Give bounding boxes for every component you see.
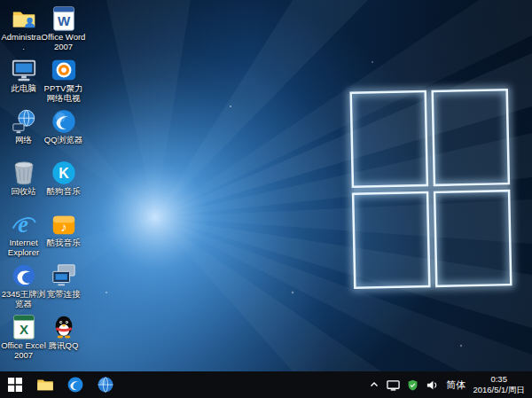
window-logo — [351, 90, 512, 288]
desktop-icon-label: 酷我音乐 — [41, 238, 86, 248]
desktop-icon-tencent-qq[interactable]: 腾讯QQ — [43, 314, 83, 365]
kugou-music-icon: K — [50, 160, 78, 186]
desktop-icon-qq-browser[interactable]: QQ浏览器 — [43, 108, 83, 160]
network-globe-icon — [10, 108, 38, 135]
desktop-icon-label: 宽带连接 — [41, 290, 86, 300]
desktop-icon-label: Administra... — [1, 33, 46, 52]
user-folder-icon — [10, 5, 38, 32]
desktop-icon-pptv[interactable]: PPTV聚力 网络电视 — [43, 57, 83, 108]
qq-penguin-icon — [50, 314, 78, 340]
chevron-up-icon — [369, 379, 379, 390]
speaker-icon — [426, 378, 439, 392]
start-button[interactable] — [0, 371, 30, 398]
desktop-icon-label: 腾讯QQ — [41, 341, 86, 351]
file-explorer-button[interactable] — [30, 371, 60, 398]
svg-text:K: K — [59, 166, 69, 181]
desktop-icon-recycle-bin[interactable]: 回收站 — [4, 160, 43, 211]
desktop-icon-label: Office Excel 2007 — [1, 341, 46, 361]
desktop-icon-2345-browser[interactable]: 2345王牌浏览器 — [4, 262, 43, 314]
svg-text:♪: ♪ — [60, 220, 66, 234]
clock[interactable]: 0:35 2016/5/1/周日 — [473, 374, 525, 396]
globe-browser-icon — [97, 376, 114, 394]
svg-text:W: W — [57, 13, 70, 28]
shield-icon — [407, 379, 419, 391]
desktop-icon-label: 酷狗音乐 — [41, 187, 86, 197]
kuwo-music-icon: ♪ — [50, 211, 78, 238]
desktop-icon-label: QQ浏览器 — [41, 136, 86, 145]
desktop-icon-label: 回收站 — [1, 187, 46, 197]
internet-explorer-icon: e — [10, 211, 38, 238]
qq-browser-taskbar-button[interactable] — [60, 371, 90, 398]
desktop-icon-label: 网络 — [1, 136, 46, 145]
2345-browser-icon — [10, 262, 38, 289]
desktop-icon-label: Internet Explorer — [1, 238, 46, 258]
desktop-wallpaper[interactable]: Administra... W Office Word 2007 此电脑 PPT… — [0, 0, 532, 371]
desktop-icon-office-word[interactable]: W Office Word 2007 — [43, 5, 83, 57]
svg-text:X: X — [19, 322, 27, 337]
desktop-icon-label: Office Word 2007 — [41, 33, 86, 52]
system-tray: 简体 0:35 2016/5/1/周日 — [369, 371, 532, 398]
qq-browser-icon — [50, 108, 78, 135]
taskbar: 简体 0:35 2016/5/1/周日 — [0, 371, 532, 398]
qq-browser-icon — [66, 376, 84, 394]
folder-icon — [36, 376, 54, 394]
word-document-icon: W — [50, 5, 78, 32]
tray-security-button[interactable] — [407, 371, 419, 398]
display-icon — [387, 378, 400, 392]
internet-browser-taskbar-button[interactable] — [90, 371, 121, 398]
desktop-icon-office-excel[interactable]: X Office Excel 2007 — [4, 314, 43, 365]
tray-display-button[interactable] — [387, 371, 400, 398]
desktop-icon-grid: Administra... W Office Word 2007 此电脑 PPT… — [4, 5, 83, 365]
clock-time: 0:35 — [473, 374, 525, 385]
excel-document-icon: X — [10, 314, 38, 340]
windows-logo-icon — [8, 378, 22, 392]
tray-expand-button[interactable] — [369, 371, 379, 398]
language-indicator[interactable]: 简体 — [446, 378, 466, 392]
desktop-icon-label: 2345王牌浏览器 — [1, 290, 46, 309]
desktop-icon-label: 此电脑 — [1, 84, 46, 94]
desktop-icon-internet-explorer[interactable]: e Internet Explorer — [4, 211, 43, 262]
desktop-icon-administrator[interactable]: Administra... — [4, 5, 43, 57]
svg-text:e: e — [18, 212, 28, 238]
clock-date: 2016/5/1/周日 — [473, 385, 525, 395]
desktop-icon-label: PPTV聚力 网络电视 — [41, 84, 86, 104]
desktop-icon-broadband-connection[interactable]: 宽带连接 — [43, 262, 83, 314]
desktop-icon-this-pc[interactable]: 此电脑 — [4, 57, 43, 108]
tray-volume-button[interactable] — [426, 371, 439, 398]
desktop-icon-kuwo-music[interactable]: ♪ 酷我音乐 — [43, 211, 83, 262]
desktop-icon-kugou-music[interactable]: K 酷狗音乐 — [43, 160, 83, 211]
pptv-icon — [50, 57, 78, 83]
desktop-icon-network[interactable]: 网络 — [4, 108, 43, 160]
computer-monitor-icon — [10, 57, 38, 83]
recycle-bin-icon — [10, 160, 38, 186]
broadband-connection-icon — [50, 262, 78, 289]
